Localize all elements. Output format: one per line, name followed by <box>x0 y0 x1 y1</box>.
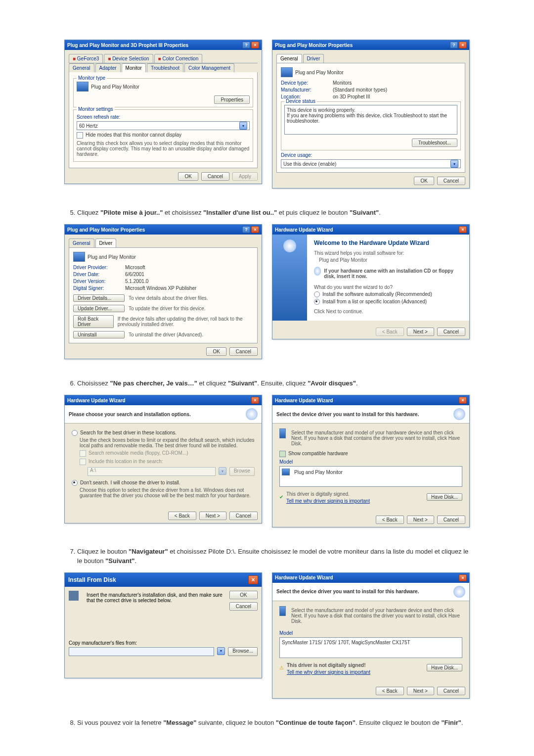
radio-search[interactable] <box>72 430 78 436</box>
cancel-button[interactable]: Cancel <box>437 687 465 695</box>
driver-details-button[interactable]: Driver Details... <box>73 294 125 302</box>
tab-general[interactable]: General <box>69 238 94 247</box>
radio-dont-search-label: Don't search. I will choose the driver t… <box>80 480 180 485</box>
tab-driver[interactable]: Driver <box>95 238 117 247</box>
dialog-title: Plug and Play Monitor Properties <box>275 43 353 48</box>
help-icon[interactable]: ? <box>242 226 250 233</box>
close-icon[interactable]: × <box>251 397 259 404</box>
model-list[interactable]: Plug and Play Monitor <box>279 466 462 487</box>
tab-color-correction[interactable]: Color Correction <box>154 54 203 63</box>
location-input[interactable]: A:\ <box>88 467 216 476</box>
properties-button[interactable]: Properties <box>214 95 250 104</box>
tab-general[interactable]: General <box>276 54 302 63</box>
next-button[interactable]: Next > <box>199 512 226 520</box>
cancel-button[interactable]: Cancel <box>201 172 229 181</box>
close-icon[interactable]: × <box>459 397 467 404</box>
dialog-title: Hardware Update Wizard <box>67 398 126 403</box>
include-location-checkbox[interactable] <box>80 459 86 465</box>
device-usage-label: Device usage: <box>281 152 461 158</box>
radio-auto[interactable] <box>314 291 320 297</box>
search-media-checkbox[interactable] <box>80 450 86 457</box>
cancel-button[interactable]: Cancel <box>437 328 465 336</box>
next-button[interactable]: Next > <box>407 516 434 524</box>
device-status-heading: Device status <box>284 98 317 104</box>
apply-button[interactable]: Apply <box>232 172 258 181</box>
show-compatible-label: Show compatible hardware <box>288 451 348 456</box>
refresh-rate-select[interactable]: 60 Hertz ▾ <box>77 121 250 130</box>
close-icon[interactable]: × <box>459 42 467 48</box>
radio-search-desc: Use the check boxes below to limit or ex… <box>80 437 255 448</box>
tab-monitor[interactable]: Monitor <box>122 63 146 72</box>
close-icon[interactable]: × <box>459 574 467 581</box>
next-button[interactable]: Next > <box>407 687 434 695</box>
model-item: SyncMaster 171S/ 170S/ 170T, MagicSyncMa… <box>282 640 410 645</box>
close-icon[interactable]: × <box>251 226 259 233</box>
tab-geforce[interactable]: GeForce3 <box>69 54 103 63</box>
search-media-label: Search removable media (floppy, CD-ROM..… <box>89 450 188 456</box>
signed-icon: ✔ <box>279 494 283 500</box>
close-icon[interactable]: × <box>251 42 259 48</box>
path-input[interactable] <box>69 647 214 656</box>
cancel-button[interactable]: Cancel <box>229 602 258 611</box>
radio-dont-search[interactable] <box>72 480 78 486</box>
back-button[interactable]: < Back <box>376 516 404 524</box>
hardware-update-wizard-welcome-dialog: Hardware Update Wizard× Welcome to the H… <box>272 224 470 339</box>
update-driver-desc: To update the driver for this device. <box>129 306 206 311</box>
signing-link[interactable]: Tell me why driver signing is important <box>286 498 424 504</box>
tab-driver[interactable]: Driver <box>303 54 324 63</box>
back-button[interactable]: < Back <box>376 328 404 336</box>
radio-dont-search-desc: Choose this option to select the device … <box>80 487 255 498</box>
cancel-button[interactable]: Cancel <box>437 516 465 524</box>
have-disk-button[interactable]: Have Disk... <box>427 493 462 501</box>
wizard-icon <box>453 586 465 598</box>
monitor-icon <box>73 252 85 262</box>
cancel-button[interactable]: Cancel <box>229 347 258 356</box>
dialog-title: Hardware Update Wizard <box>275 398 333 403</box>
tab-adapter[interactable]: Adapter <box>95 63 121 72</box>
browse-button[interactable]: Browse... <box>228 647 258 656</box>
help-icon[interactable]: ? <box>242 42 250 48</box>
next-button[interactable]: Next > <box>407 328 434 336</box>
tab-device-selection[interactable]: Device Selection <box>104 54 153 63</box>
close-icon[interactable]: × <box>459 226 467 233</box>
radio-list[interactable] <box>314 299 320 305</box>
hide-modes-checkbox[interactable] <box>77 132 83 139</box>
update-driver-button[interactable]: Update Driver... <box>73 305 125 312</box>
wizard-icon <box>453 408 465 420</box>
ok-button[interactable]: OK <box>414 177 434 185</box>
chevron-down-icon: ▾ <box>219 467 226 475</box>
ok-button[interactable]: OK <box>229 591 258 599</box>
include-location-label: Include this location in the search: <box>89 459 163 464</box>
cd-icon <box>314 267 321 276</box>
model-list[interactable]: SyncMaster 171S/ 170S/ 170T, MagicSyncMa… <box>279 637 462 658</box>
device-status-text: This device is working properly. If you … <box>284 105 457 135</box>
step-5: Cliquez "Pilote mise à jour.." et choisi… <box>77 208 470 217</box>
ok-button[interactable]: OK <box>206 347 226 356</box>
device-name: Plug and Play Monitor <box>88 254 136 260</box>
help-icon[interactable]: ? <box>450 42 458 48</box>
back-button[interactable]: < Back <box>376 687 404 695</box>
have-disk-button[interactable]: Have Disk... <box>427 664 462 671</box>
cancel-button[interactable]: Cancel <box>229 512 258 520</box>
rollback-driver-button[interactable]: Roll Back Driver <box>73 315 114 328</box>
signing-link[interactable]: Tell me why driver signing is important <box>287 669 424 675</box>
device-usage-select[interactable]: Use this device (enable)▾ <box>281 159 461 168</box>
tab-color-management[interactable]: Color Management <box>184 63 234 72</box>
monitor-settings-heading: Monitor settings <box>77 106 115 112</box>
uninstall-button[interactable]: Uninstall <box>73 331 125 338</box>
back-button[interactable]: < Back <box>168 512 196 520</box>
close-icon[interactable]: × <box>248 575 258 584</box>
tab-troubleshoot[interactable]: Troubleshoot <box>147 63 183 72</box>
ok-button[interactable]: OK <box>178 172 198 181</box>
cancel-button[interactable]: Cancel <box>437 177 465 185</box>
monitor-icon <box>281 67 293 77</box>
browse-button[interactable]: Browse <box>229 467 255 476</box>
monitor-name: Plug and Play Monitor <box>91 84 139 90</box>
refresh-rate-label: Screen refresh rate: <box>77 114 250 120</box>
troubleshoot-button[interactable]: Troubleshoot... <box>412 139 457 147</box>
radio-search-label: Search for the best driver in these loca… <box>80 430 177 435</box>
tab-general[interactable]: General <box>69 63 94 72</box>
hardware-update-wizard-select-dialog: Hardware Update Wizard× Select the devic… <box>272 395 470 527</box>
wizard-welcome-heading: Welcome to the Hardware Update Wizard <box>314 239 462 246</box>
show-compatible-checkbox[interactable] <box>279 451 286 457</box>
